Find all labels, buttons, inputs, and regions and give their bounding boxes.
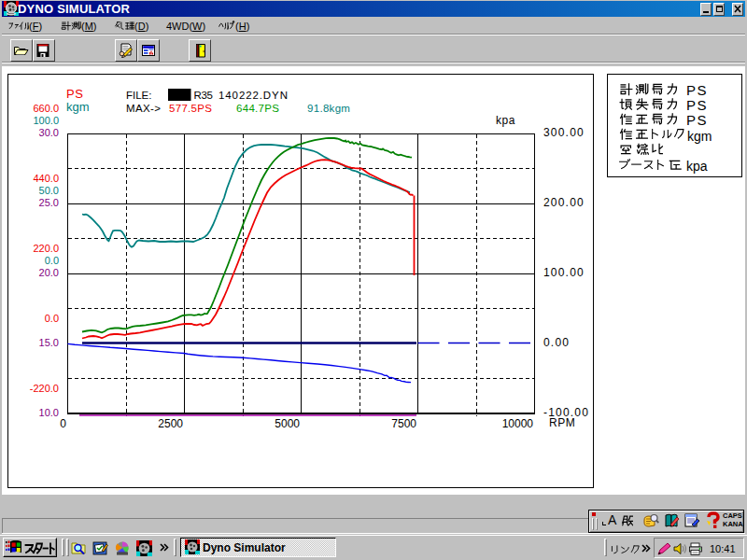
svg-text:10.0: 10.0 xyxy=(39,407,59,418)
svg-text:10000: 10000 xyxy=(502,417,534,430)
svg-text:0.00: 0.00 xyxy=(543,336,570,349)
svg-text:FILE:: FILE: xyxy=(126,90,151,101)
svg-text:660.0: 660.0 xyxy=(33,103,59,114)
svg-text:100.0: 100.0 xyxy=(33,115,59,126)
svg-text:200.00: 200.00 xyxy=(543,196,585,209)
svg-text:0.0: 0.0 xyxy=(45,313,59,324)
svg-text:30.0: 30.0 xyxy=(39,127,59,138)
svg-text:644.7PS: 644.7PS xyxy=(236,103,279,114)
svg-text:50.0: 50.0 xyxy=(39,185,59,196)
svg-text:7500: 7500 xyxy=(391,417,416,430)
svg-text:0.0: 0.0 xyxy=(45,255,59,266)
svg-text:20.0: 20.0 xyxy=(39,267,59,278)
svg-text:300.00: 300.00 xyxy=(543,126,585,139)
svg-text:R35: R35 xyxy=(194,90,213,101)
svg-text:25.0: 25.0 xyxy=(39,197,59,208)
svg-text:-100.00: -100.00 xyxy=(543,406,589,419)
svg-text:-220.0: -220.0 xyxy=(30,383,59,394)
svg-text:140222.DYN: 140222.DYN xyxy=(218,90,289,101)
svg-text:MAX->: MAX-> xyxy=(126,103,161,114)
svg-text:15.0: 15.0 xyxy=(39,337,59,348)
svg-text:577.5PS: 577.5PS xyxy=(169,103,212,114)
svg-text:100.00: 100.00 xyxy=(543,266,585,279)
svg-text:2500: 2500 xyxy=(158,417,183,430)
svg-text:220.0: 220.0 xyxy=(33,243,59,254)
svg-text:440.0: 440.0 xyxy=(33,173,59,184)
svg-text:kpa: kpa xyxy=(496,114,515,127)
svg-text:0: 0 xyxy=(60,417,66,430)
svg-text:kgm: kgm xyxy=(66,100,90,114)
svg-text:5000: 5000 xyxy=(275,417,300,430)
svg-text:91.8kgm: 91.8kgm xyxy=(307,103,350,114)
